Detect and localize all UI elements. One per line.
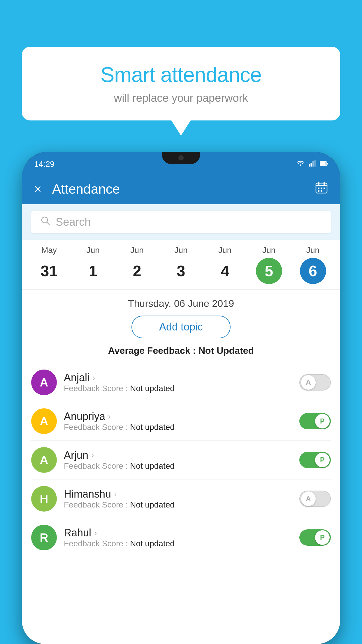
student-name: Rahul › — [64, 527, 292, 539]
phone-frame: 14:29 — [22, 152, 340, 644]
search-icon — [41, 216, 50, 228]
chevron-right-icon: › — [94, 528, 97, 538]
phone-notch — [162, 152, 200, 164]
search-placeholder: Search — [56, 216, 91, 228]
app-title: Attendance — [52, 181, 315, 197]
calendar-day[interactable]: Jun1 — [71, 246, 115, 284]
feedback-score: Feedback Score : Not updated — [64, 423, 292, 432]
status-icons — [296, 160, 328, 168]
avatar: A — [31, 370, 57, 395]
svg-rect-7 — [320, 162, 326, 165]
toggle-knob: P — [315, 530, 330, 545]
search-bar-container: Search — [22, 204, 340, 240]
status-time: 14:29 — [34, 160, 55, 169]
battery-icon — [320, 160, 328, 168]
svg-rect-6 — [327, 163, 328, 164]
svg-rect-14 — [318, 190, 319, 192]
student-list: AAnjali ›Feedback Score : Not updatedAAA… — [31, 363, 331, 557]
calendar-day[interactable]: Jun3 — [159, 246, 203, 284]
cal-month-label: Jun — [174, 246, 187, 255]
svg-rect-15 — [321, 190, 322, 192]
cal-date-label: 31 — [36, 258, 62, 284]
camera-dot — [178, 155, 184, 160]
search-bar[interactable]: Search — [31, 211, 331, 233]
chevron-right-icon: › — [108, 412, 111, 421]
cal-date-label: 6 — [300, 258, 326, 284]
avg-feedback-label: Average Feedback : — [108, 345, 198, 356]
student-row[interactable]: AAnjali ›Feedback Score : Not updatedA — [31, 363, 331, 402]
student-name: Anupriya › — [64, 410, 292, 423]
calendar-day[interactable]: May31 — [27, 246, 71, 284]
student-row[interactable]: AArjun ›Feedback Score : Not updatedP — [31, 441, 331, 480]
toggle-knob: A — [301, 375, 316, 390]
avatar: R — [31, 525, 57, 550]
feedback-score: Feedback Score : Not updated — [64, 539, 292, 548]
svg-rect-9 — [318, 182, 319, 185]
attendance-toggle[interactable]: P — [299, 452, 331, 468]
speech-bubble: Smart attendance will replace your paper… — [22, 47, 340, 120]
cal-month-label: Jun — [262, 246, 275, 255]
feedback-score: Feedback Score : Not updated — [64, 461, 292, 471]
selected-date-label: Thursday, 06 June 2019 — [31, 298, 331, 309]
student-name: Himanshu › — [64, 488, 292, 500]
cal-month-label: Jun — [131, 246, 144, 255]
svg-rect-11 — [318, 188, 319, 189]
svg-rect-12 — [321, 188, 322, 189]
avatar: H — [31, 486, 57, 512]
cal-month-label: Jun — [87, 246, 100, 255]
cal-date-label: 5 — [256, 258, 282, 284]
app-screen: × Attendance — [22, 174, 340, 644]
svg-rect-3 — [312, 161, 314, 167]
avg-feedback: Average Feedback : Not Updated — [31, 345, 331, 356]
svg-point-0 — [300, 165, 301, 166]
chevron-right-icon: › — [91, 451, 94, 460]
svg-rect-13 — [324, 188, 325, 189]
attendance-toggle[interactable]: P — [299, 413, 331, 429]
chevron-right-icon: › — [92, 373, 95, 382]
add-topic-button[interactable]: Add topic — [131, 316, 231, 338]
cal-date-label: 1 — [80, 258, 106, 284]
attendance-toggle[interactable]: A — [299, 491, 331, 507]
calendar-icon[interactable] — [315, 181, 328, 197]
toggle-knob: P — [315, 453, 330, 467]
speech-bubble-title: Smart attendance — [39, 63, 323, 87]
attendance-toggle[interactable]: P — [299, 529, 331, 546]
app-header: × Attendance — [22, 174, 340, 204]
wifi-icon — [296, 160, 305, 168]
status-bar: 14:29 — [22, 152, 340, 174]
student-name: Arjun › — [64, 449, 292, 461]
svg-rect-10 — [324, 182, 325, 185]
toggle-knob: A — [301, 491, 316, 506]
student-info: Anjali ›Feedback Score : Not updated — [64, 372, 292, 393]
chevron-right-icon: › — [114, 489, 117, 499]
calendar-day[interactable]: Jun5 — [247, 246, 291, 284]
cal-date-label: 4 — [212, 258, 238, 284]
calendar-strip: May31Jun1Jun2Jun3Jun4Jun5Jun6 — [22, 240, 340, 290]
cal-month-label: Jun — [218, 246, 231, 255]
attendance-toggle[interactable]: A — [299, 374, 331, 391]
svg-rect-2 — [311, 163, 312, 167]
cal-month-label: Jun — [306, 246, 319, 255]
cal-date-label: 3 — [168, 258, 194, 284]
calendar-day[interactable]: Jun4 — [203, 246, 247, 284]
student-row[interactable]: AAnupriya ›Feedback Score : Not updatedP — [31, 402, 331, 441]
signal-icon — [309, 160, 316, 168]
avatar: A — [31, 447, 57, 473]
svg-rect-4 — [314, 160, 316, 167]
cal-date-label: 2 — [124, 258, 150, 284]
close-button[interactable]: × — [34, 183, 42, 195]
avg-feedback-value: Not Updated — [198, 345, 254, 356]
calendar-day[interactable]: Jun2 — [115, 246, 159, 284]
student-row[interactable]: HHimanshu ›Feedback Score : Not updatedA — [31, 480, 331, 518]
student-name: Anjali › — [64, 372, 292, 384]
calendar-day[interactable]: Jun6 — [291, 246, 335, 284]
cal-month-label: May — [41, 246, 57, 255]
student-info: Rahul ›Feedback Score : Not updated — [64, 527, 292, 548]
avatar: A — [31, 408, 57, 434]
speech-bubble-subtitle: will replace your paperwork — [39, 92, 323, 104]
toggle-knob: P — [315, 414, 330, 428]
student-info: Anupriya ›Feedback Score : Not updated — [64, 410, 292, 432]
student-info: Himanshu ›Feedback Score : Not updated — [64, 488, 292, 510]
svg-rect-1 — [309, 164, 310, 167]
student-row[interactable]: RRahul ›Feedback Score : Not updatedP — [31, 518, 331, 557]
